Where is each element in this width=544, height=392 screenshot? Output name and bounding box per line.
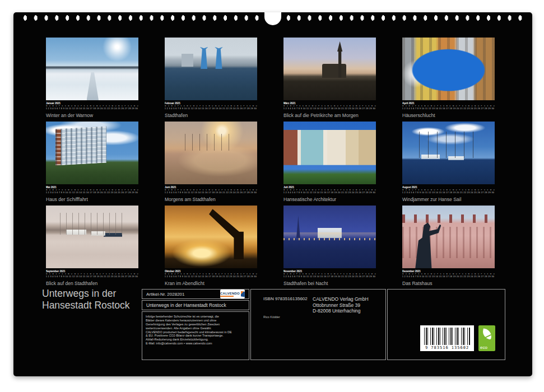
calendar-back-cover: Januar 2021 M D M D F S S M D M D F S S … [0,0,544,392]
mini-calendar-strip: Januar 2021 M D M D F S S M D M D F S S … [46,102,138,111]
art-church-spire [295,216,301,238]
mini-calendar-weekdays: M D M D F S S M D M D F S S M D M D F S … [283,105,376,106]
mini-calendar-weekdays: M D M D F S S M D M D F S S M D M D F S … [402,273,495,274]
mini-calendar-weekdays: M D M D F S S M D M D F S S M D M D F S … [402,189,495,190]
mini-calendar-weekdays: M D M D F S S M D M D F S S M D M D F S … [165,105,257,106]
art-sailboat-masts [185,134,231,150]
mini-calendar-days: 1 2 3 4 5 6 7 8 9 10 11 12 13 14 15 16 1… [283,276,376,277]
photo-mai [46,122,138,184]
month-caption: Stadthafen bei Nacht [283,281,376,286]
art-crane-silhouette [207,208,252,259]
eco-label: eco [480,345,487,350]
mini-calendar-weekdays: M D M D F S S M D M D F S S M D M D F S … [402,105,495,106]
mini-calendar-days: 1 2 3 4 5 6 7 8 9 10 11 12 13 14 15 16 1… [402,276,495,277]
mini-calendar-days: 1 2 3 4 5 6 7 8 9 10 11 12 13 14 15 16 1… [283,108,376,109]
mini-calendar-days: 1 2 3 4 5 6 7 8 9 10 11 12 13 14 15 16 1… [165,108,257,109]
month-caption: Hanseatische Architektur [283,197,376,202]
mini-calendar-strip: Oktober 2021 M D M D F S S M D M D F S S… [165,270,257,279]
month-thumbnail-grid: Januar 2021 M D M D F S S M D M D F S S … [46,38,495,286]
product-info-box: Artikel-Nr. 2028201 CALVENDO Unterwegs i… [142,289,249,360]
mini-calendar-weekdays: M D M D F S S M D M D F S S M D M D F S … [46,273,138,274]
mini-calendar-days: 1 2 3 4 5 6 7 8 9 10 11 12 13 14 15 16 1… [283,192,376,193]
art-boat-masts [60,213,125,234]
calvendo-logo-text-block: CALVENDO [220,292,240,297]
month-caption: Blick auf die Petrikirche am Morgen [283,113,376,118]
month-label: Oktober 2021 [165,270,257,272]
month-caption: Stadthafen [165,113,257,118]
barcode: 9 783516 135602 [420,325,474,351]
mini-calendar-weekdays: M D M D F S S M D M D F S S M D M D F S … [283,189,376,190]
month-caption: Häuserschlucht [402,113,495,118]
mini-calendar-strip: Dezember 2021 M D M D F S S M D M D F S … [402,270,495,279]
art-building [182,54,193,66]
month-caption: Kran im Abendlicht [165,281,257,286]
isbn-publisher-box: ISBN 9783516135602 Rico Ködder CALVENDO … [250,289,386,360]
publisher-info-area: Artikel-Nr. 2028201 CALVENDO Unterwegs i… [142,289,505,360]
author-name: Rico Ködder [263,315,280,319]
month-label: April 2021 [402,102,495,104]
art-rathaus-roof [402,214,495,223]
month-cell-september: September 2021 M D M D F S S M D M D F S… [46,206,138,286]
product-title-row: Unterwegs in der Hansestadt Rostock [142,300,249,310]
mini-calendar-days: 1 2 3 4 5 6 7 8 9 10 11 12 13 14 15 16 1… [402,108,495,109]
photo-november [283,206,376,268]
calvendo-logo-text: CALVENDO [220,292,240,295]
art-harbor-crane [215,47,223,69]
month-cell-juli: Juli 2021 M D M D F S S M D M D F S S M … [283,122,376,202]
product-title: Unterwegs in der Hansestadt Rostock [146,302,226,308]
eco-leaf-icon [481,328,492,339]
month-cell-august: August 2021 M D M D F S S M D M D F S S … [402,122,495,202]
barcode-row: 9 783516 135602 eco [420,325,495,351]
month-label: Februar 2021 [165,102,257,104]
mini-calendar-strip: August 2021 M D M D F S S M D M D F S S … [402,186,495,195]
month-label: November 2021 [283,270,376,272]
mini-calendar-strip: April 2021 M D M D F S S M D M D F S S M… [402,102,495,111]
month-label: Mai 2021 [46,186,138,188]
month-label: September 2021 [46,270,138,272]
month-cell-oktober: Oktober 2021 M D M D F S S M D M D F S S… [165,206,257,286]
mini-calendar-strip: Februar 2021 M D M D F S S M D M D F S S… [165,102,257,111]
month-caption: Windjammer zur Hanse Sail [402,197,495,202]
month-cell-dezember: Dezember 2021 M D M D F S S M D M D F S … [402,206,495,286]
art-office-building [55,127,106,166]
mini-calendar-strip: März 2021 M D M D F S S M D M D F S S M … [283,102,376,111]
month-label: Juli 2021 [283,186,376,188]
photo-februar [165,38,257,100]
mini-calendar-days: 1 2 3 4 5 6 7 8 9 10 11 12 13 14 15 16 1… [46,108,138,109]
mini-calendar-weekdays: M D M D F S S M D M D F S S M D M D F S … [46,105,138,106]
mini-calendar-strip: Juni 2021 M D M D F S S M D M D F S S M … [165,186,257,195]
mini-calendar-days: 1 2 3 4 5 6 7 8 9 10 11 12 13 14 15 16 1… [165,192,257,193]
artikel-row: Artikel-Nr. 2028201 CALVENDO [142,289,249,299]
legal-row: Infolge bestehender Schutzrechte ist es … [142,311,249,360]
mini-calendar-weekdays: M D M D F S S M D M D F S S M D M D F S … [165,273,257,274]
mini-calendar-weekdays: M D M D F S S M D M D F S S M D M D F S … [165,189,257,190]
month-caption: Morgens am Stadthafen [165,197,257,202]
art-jetty [87,72,99,100]
legal-text: Infolge bestehender Schutzrechte ist es … [146,315,245,346]
photo-april [402,38,495,100]
month-label: August 2021 [402,186,495,188]
mini-calendar-strip: September 2021 M D M D F S S M D M D F S… [46,270,138,279]
art-church-nave [322,64,346,78]
photo-september [46,206,138,268]
month-caption: Winter an der Warnow [46,113,138,118]
barcode-box: 9 783516 135602 eco [387,289,505,360]
mini-calendar-days: 1 2 3 4 5 6 7 8 9 10 11 12 13 14 15 16 1… [165,276,257,277]
isbn: ISBN 9783516135602 [263,296,308,301]
month-label: Dezember 2021 [402,270,495,272]
mini-calendar-weekdays: M D M D F S S M D M D F S S M D M D F S … [283,273,376,274]
month-label: Juni 2021 [165,186,257,188]
mini-calendar-weekdays: M D M D F S S M D M D F S S M D M D F S … [46,189,138,190]
mini-calendar-days: 1 2 3 4 5 6 7 8 9 10 11 12 13 14 15 16 1… [402,192,495,193]
month-cell-maerz: März 2021 M D M D F S S M D M D F S S M … [283,38,376,118]
photo-oktober [165,206,257,268]
month-caption: Das Ratshaus [402,281,495,286]
publisher-address: CALVENDO Verlag GmbH Ottobrunner Straße … [313,296,369,314]
photo-juli [283,122,376,184]
art-city-lights [283,238,376,240]
month-cell-februar: Februar 2021 M D M D F S S M D M D F S S… [165,38,257,118]
photo-august [402,122,495,184]
hanger-hole [264,12,281,25]
photo-januar [46,38,138,100]
month-cell-april: April 2021 M D M D F S S M D M D F S S M… [402,38,495,118]
